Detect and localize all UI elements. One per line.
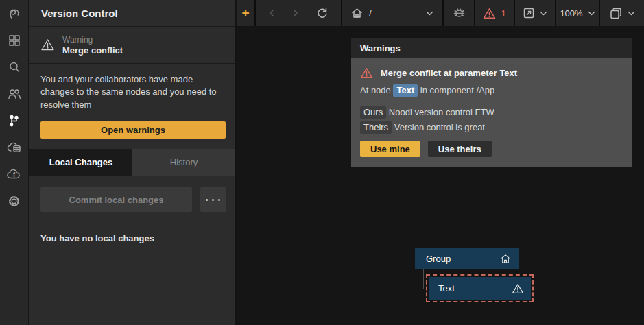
ours-line: Ours Noodl version control FTW — [360, 107, 623, 117]
expand-icon — [523, 7, 535, 19]
preview-size-selector[interactable] — [515, 0, 555, 26]
warnings-popup-header: Warnings — [351, 38, 632, 58]
tab-local-changes[interactable]: Local Changes — [29, 149, 132, 176]
use-theirs-button[interactable]: Use theirs — [428, 141, 492, 157]
warning-triangle-icon — [483, 8, 496, 19]
warnings-popup: Warnings Merge conflict at parameter Tex… — [351, 38, 632, 167]
warning-triangle-icon — [40, 38, 55, 51]
node-group[interactable]: Group — [415, 248, 519, 269]
more-options-button[interactable]: • • • — [200, 187, 226, 212]
theirs-value: Version control is great — [394, 122, 485, 132]
svg-text:f: f — [13, 171, 16, 178]
cloud-services-icon[interactable] — [5, 139, 23, 156]
warning-triangle-icon — [512, 283, 524, 294]
refresh-icon[interactable] — [316, 7, 329, 19]
location-prefix: At node — [360, 85, 391, 95]
theirs-badge: Theirs — [360, 121, 392, 134]
warning-count: 1 — [501, 8, 505, 19]
warning-triangle-icon — [360, 67, 373, 79]
search-icon[interactable] — [5, 58, 23, 76]
chevron-down-icon — [588, 11, 595, 16]
panel-title: Version Control — [41, 8, 118, 19]
ours-badge: Ours — [360, 106, 386, 119]
component-path: / — [369, 8, 421, 19]
cloud-functions-icon[interactable]: f — [5, 165, 23, 183]
zoom-level-selector[interactable]: 100% — [556, 0, 599, 26]
bug-icon — [453, 7, 466, 19]
chevron-down-icon — [540, 11, 547, 16]
node-text[interactable]: Text — [429, 277, 531, 300]
node-label: Group — [426, 254, 500, 264]
forward-icon[interactable] — [292, 9, 299, 17]
home-icon — [500, 254, 511, 264]
warning-kind-label: Warning — [62, 35, 123, 45]
ours-value: Noodl version control FTW — [389, 107, 494, 117]
version-control-panel: Version Control Warning Merge conflict Y… — [29, 0, 235, 325]
warning-title: Merge conflict — [62, 45, 123, 56]
component-path: /App — [477, 85, 495, 95]
node-text-selection[interactable]: Text — [426, 274, 534, 302]
chevron-down-icon — [426, 11, 433, 16]
use-mine-button[interactable]: Use mine — [360, 141, 420, 157]
chevron-down-icon — [628, 11, 635, 16]
open-warnings-button[interactable]: Open warnings — [40, 121, 226, 139]
node-connector — [423, 269, 424, 289]
theirs-line: Theirs Version control is great — [360, 122, 623, 132]
panel-header: Version Control — [29, 0, 235, 27]
warning-item-title-row: Merge conflict at parameter Text — [360, 67, 623, 79]
location-middle: in component — [420, 85, 474, 95]
warnings-popup-body: Merge conflict at parameter Text At node… — [351, 58, 632, 167]
merge-conflict-banner: Warning Merge conflict — [29, 27, 235, 64]
components-grid-icon[interactable] — [5, 32, 23, 49]
collaborators-icon[interactable] — [5, 85, 23, 103]
warnings-popup-title: Warnings — [360, 43, 401, 53]
noodl-editor: f Version Control Warning Merge conflict… — [0, 0, 644, 325]
node-label: Text — [438, 283, 512, 293]
version-control-branch-icon[interactable] — [5, 112, 23, 130]
navigation-group — [256, 0, 341, 26]
add-node-button[interactable]: + — [237, 0, 254, 26]
icon-rail: f — [0, 0, 29, 325]
back-icon[interactable] — [268, 9, 275, 17]
zoom-level: 100% — [560, 8, 582, 19]
home-icon — [351, 8, 363, 19]
viewport-selector[interactable] — [600, 0, 644, 26]
warning-item-title: Merge conflict at parameter Text — [381, 68, 517, 78]
debug-button[interactable] — [444, 0, 474, 26]
top-toolbar: + / — [237, 0, 644, 26]
commit-row: Commit local changes • • • — [29, 176, 235, 212]
warnings-indicator-button[interactable]: 1 — [475, 0, 514, 26]
commit-local-changes-button[interactable]: Commit local changes — [40, 187, 192, 212]
panel-tabs: Local Changes History — [29, 149, 235, 176]
conflict-description: You and your collaborators have made cha… — [29, 64, 232, 111]
no-local-changes-message: You have no local changes — [29, 212, 235, 243]
noodl-logo-icon[interactable] — [5, 5, 23, 23]
warning-location: At node Text in component /App — [360, 85, 623, 95]
component-path-selector[interactable]: / — [342, 0, 442, 26]
tab-history[interactable]: History — [132, 149, 235, 176]
conflict-resolution-buttons: Use mine Use theirs — [360, 141, 623, 157]
node-name-badge: Text — [393, 84, 418, 97]
screens-icon — [609, 7, 623, 19]
settings-gear-icon[interactable] — [5, 192, 23, 210]
